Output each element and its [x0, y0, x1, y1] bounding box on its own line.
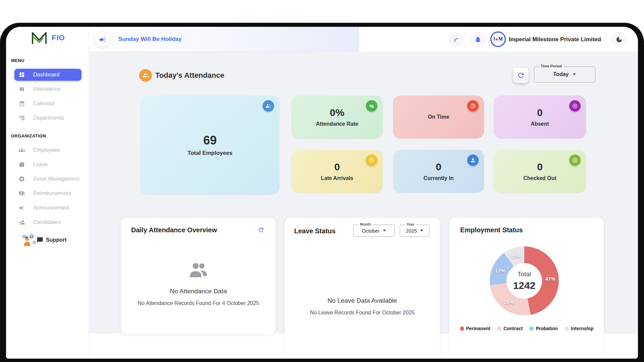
- sidebar: FIO MENU Dashboard Attendance Calendar: [6, 27, 89, 359]
- legend-label: Contract: [503, 326, 523, 331]
- company-name: Imperial Milestone Private Limited: [509, 36, 601, 43]
- sidebar-item-label: Attendance: [33, 86, 60, 92]
- time-period-select[interactable]: Time Period Today: [534, 66, 595, 82]
- sidebar-item-employees[interactable]: Employees: [14, 144, 82, 156]
- ai-assistant-button[interactable]: [449, 32, 464, 47]
- employment-donut-chart: Total 1242 47%26%17%10%: [490, 246, 559, 315]
- stat-label: On Time: [428, 114, 449, 120]
- chat-bubble-icon: [37, 237, 43, 243]
- stat-label: Checked Out: [523, 175, 556, 181]
- app-logo[interactable]: FIO: [31, 31, 65, 45]
- sidebar-item-reimbursement[interactable]: Reimbursement: [14, 187, 82, 199]
- sidebar-item-label: Announcement: [33, 205, 69, 211]
- announcement-megaphone-badge: [95, 32, 110, 47]
- sidebar-item-label: Asset Management: [33, 176, 79, 182]
- stat-value: 69: [203, 133, 217, 147]
- stat-label: Absent: [531, 121, 549, 127]
- sidebar-item-label: Employees: [33, 147, 60, 153]
- year-label: Year: [405, 222, 416, 226]
- main-content: Today's Attendance Time Period Today 69 …: [89, 52, 638, 334]
- sidebar-item-dashboard[interactable]: Dashboard: [14, 69, 82, 81]
- chevron-down-icon: [573, 73, 576, 75]
- stat-card-on-time: On Time: [393, 96, 484, 138]
- month-select[interactable]: Month October: [353, 225, 395, 237]
- legend-dot: [565, 326, 569, 331]
- dark-mode-toggle[interactable]: [612, 32, 627, 47]
- legend-dot: [497, 326, 501, 331]
- chevron-down-icon: [383, 230, 386, 232]
- sidebar-item-asset-management[interactable]: Asset Management: [14, 173, 82, 185]
- notifications-button[interactable]: [471, 32, 485, 47]
- donut-slice-label: 47%: [545, 276, 555, 281]
- stat-label: Late Arrivals: [321, 175, 353, 181]
- legend-label: Internship: [571, 326, 594, 331]
- legend-dot: [529, 326, 534, 331]
- time-period-value: Today: [553, 71, 569, 77]
- app-logo-text: FIO: [52, 34, 65, 42]
- clock-icon: [467, 100, 479, 112]
- payments-icon: [18, 190, 25, 197]
- top-header: Sunday Will Be Holiday I✚M Imperial Mile…: [89, 27, 638, 52]
- attendance-section-title: Today's Attendance: [155, 71, 224, 80]
- daily-attendance-panel: Daily Attendance Overview No Attendance …: [121, 218, 276, 334]
- sidebar-item-leave[interactable]: Leave: [14, 159, 82, 171]
- stat-card-attendance-rate: % 0% Attendance Rate: [291, 96, 383, 138]
- calendar-icon: [18, 100, 25, 107]
- sparkle-arrow-icon: [452, 36, 460, 43]
- leave-archive-icon: [18, 161, 25, 168]
- person-icon: [467, 155, 479, 166]
- sidebar-item-departments[interactable]: Departments: [14, 112, 82, 124]
- percent-icon: %: [366, 100, 377, 112]
- legend-item: Probation: [529, 326, 557, 331]
- attendance-section-icon: [139, 69, 152, 82]
- stat-label: Currently In: [424, 175, 454, 181]
- daily-attendance-title: Daily Attendance Overview: [131, 226, 217, 234]
- legend-item: Contract: [497, 326, 523, 331]
- year-select[interactable]: Year 2025: [400, 225, 429, 237]
- sidebar-item-attendance[interactable]: Attendance: [14, 83, 82, 95]
- app-window: FIO MENU Dashboard Attendance Calendar: [6, 27, 638, 359]
- sidebar-item-support[interactable]: Support: [21, 233, 66, 247]
- sidebar-item-candidates[interactable]: Candidates: [14, 216, 82, 228]
- legend-label: Permanent: [466, 326, 490, 331]
- sidebar-item-label: Reimbursement: [33, 190, 71, 196]
- stat-value: 0%: [330, 107, 344, 119]
- leave-status-title: Leave Status: [294, 227, 335, 235]
- legend-label: Probation: [536, 326, 557, 331]
- stat-value: 0: [334, 161, 340, 173]
- stat-value: 0: [537, 107, 543, 119]
- legend-item: Permanent: [460, 326, 490, 331]
- sidebar-item-announcement[interactable]: Announcement: [14, 202, 82, 214]
- support-label: Support: [46, 237, 66, 243]
- chevron-down-icon: [420, 230, 423, 232]
- clock-icon: [366, 155, 377, 166]
- stat-card-checked-out: 0 Checked Out: [494, 150, 586, 193]
- empty-people-icon: [121, 262, 276, 278]
- sidebar-org-list: Employees Leave Asset Management Reimbur…: [14, 144, 82, 231]
- stat-label: Attendance Rate: [316, 121, 358, 127]
- empty-title: No Attendance Data: [121, 288, 276, 295]
- company-logo[interactable]: I✚M: [490, 32, 506, 47]
- sidebar-section-organization: ORGANIZATION: [11, 133, 46, 138]
- people-icon: [263, 100, 274, 112]
- sidebar-item-label: Calendar: [33, 101, 55, 107]
- daily-empty-state: No Attendance Data No Attendance Records…: [121, 288, 276, 306]
- stat-card-currently-in: 0 Currently In: [393, 150, 484, 193]
- legend-item: Internship: [565, 326, 594, 331]
- star-circle-icon: [18, 176, 25, 182]
- attendance-refresh-button[interactable]: [513, 68, 529, 83]
- x-circle-icon: [569, 100, 581, 112]
- sidebar-item-label: Dashboard: [33, 72, 59, 78]
- dashboard-icon: [18, 71, 25, 78]
- month-label: Month: [358, 222, 373, 226]
- leave-status-panel: Leave Status Month October Year 2025 No …: [285, 218, 440, 359]
- empty-title: No Leave Data Available: [285, 297, 440, 304]
- month-value: October: [362, 228, 380, 234]
- sidebar-menu-list: Dashboard Attendance Calendar Department…: [14, 69, 82, 126]
- donut-slice-labels: 47%26%17%10%: [490, 246, 559, 315]
- departments-icon: [18, 115, 25, 121]
- sidebar-item-label: Candidates: [33, 219, 60, 225]
- daily-refresh-button[interactable]: [258, 227, 264, 233]
- announcement-message: Sunday Will Be Holiday: [118, 36, 182, 43]
- sidebar-item-calendar[interactable]: Calendar: [14, 98, 82, 110]
